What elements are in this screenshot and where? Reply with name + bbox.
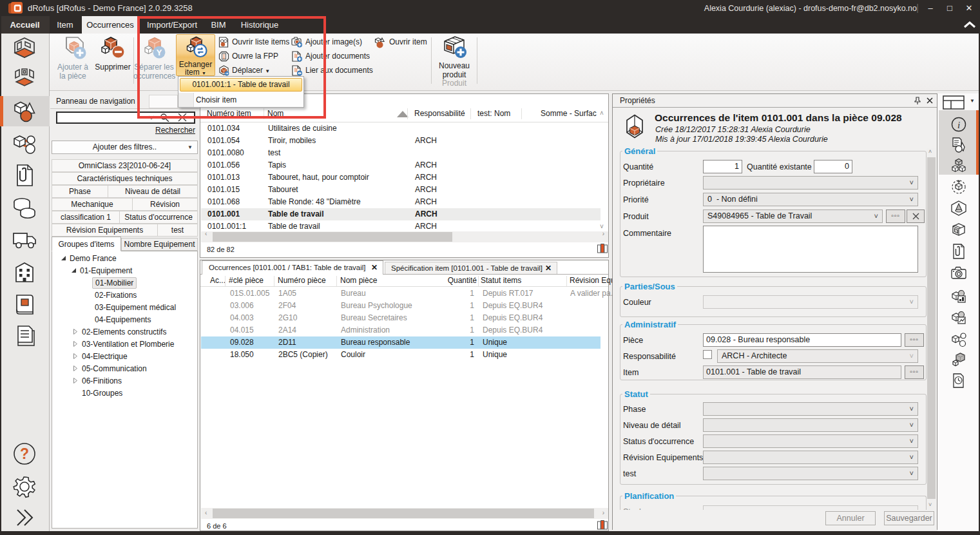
svg-text:i: i [957, 120, 960, 130]
svg-text:?: ? [20, 445, 29, 462]
